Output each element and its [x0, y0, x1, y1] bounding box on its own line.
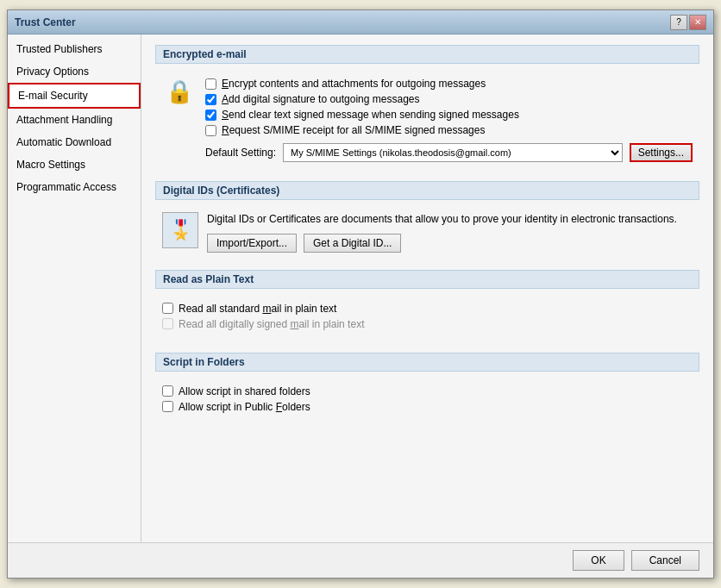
- digital-id-right: Digital IDs or Certificates are document…: [207, 212, 677, 253]
- digital-id-body: 🎖️ Digital IDs or Certificates are docum…: [155, 207, 699, 258]
- encrypted-checkboxes: Encrypt contents and attachments for out…: [205, 74, 693, 162]
- add-digital-sig-label: Add digital signature to outgoing messag…: [222, 93, 420, 105]
- read-digitally-signed-checkbox: [162, 318, 173, 329]
- read-digitally-signed-label: Read all digitally signed mail in plain …: [179, 318, 364, 330]
- read-standard-mail-checkbox[interactable]: [162, 303, 173, 314]
- read-plain-text-body: Read all standard mail in plain text Rea…: [155, 296, 699, 341]
- sidebar-item-trusted-publishers[interactable]: Trusted Publishers: [8, 38, 141, 60]
- ok-button[interactable]: OK: [573, 550, 624, 571]
- cancel-button[interactable]: Cancel: [631, 550, 699, 571]
- allow-public-folders-checkbox[interactable]: [162, 401, 173, 412]
- import-export-button[interactable]: Import/Export...: [207, 234, 297, 253]
- script-in-folders-header: Script in Folders: [155, 353, 699, 372]
- encrypted-email-body: 🔒 Encrypt contents and attachments for o…: [155, 71, 699, 169]
- read-plain-text-section: Read as Plain Text Read all standard mai…: [155, 270, 699, 341]
- read-plain-text-header: Read as Plain Text: [155, 270, 699, 289]
- script-in-folders-body: Allow script in shared folders Allow scr…: [155, 378, 699, 423]
- sidebar-item-programmatic-access[interactable]: Programmatic Access: [8, 176, 141, 198]
- read-standard-mail-row: Read all standard mail in plain text: [162, 303, 693, 315]
- send-clear-text-checkbox[interactable]: [205, 109, 216, 121]
- script-in-folders-section: Script in Folders Allow script in shared…: [155, 353, 699, 423]
- send-clear-text-label: Send clear text signed message when send…: [222, 109, 519, 121]
- close-button[interactable]: ✕: [689, 15, 706, 30]
- sidebar-item-privacy-options[interactable]: Privacy Options: [8, 60, 141, 83]
- allow-public-folders-row: Allow script in Public Folders: [162, 401, 693, 413]
- main-content: Encrypted e-mail 🔒 Encrypt contents and …: [141, 34, 713, 542]
- help-button[interactable]: ?: [670, 15, 687, 30]
- request-smime-label: Request S/MIME receipt for all S/MIME si…: [222, 124, 485, 136]
- default-setting-label: Default Setting:: [205, 147, 276, 159]
- encrypted-email-header: Encrypted e-mail: [155, 45, 699, 64]
- request-smime-checkbox[interactable]: [205, 125, 216, 136]
- smime-select[interactable]: My S/MIME Settings (nikolas.theodosis@gm…: [283, 143, 623, 162]
- send-clear-text-row: Send clear text signed message when send…: [205, 109, 693, 121]
- trust-center-dialog: Trust Center ? ✕ Trusted PublishersPriva…: [7, 9, 714, 579]
- sidebar-item-macro-settings[interactable]: Macro Settings: [8, 153, 141, 176]
- allow-public-folders-label: Allow script in Public Folders: [179, 401, 310, 413]
- allow-shared-folders-row: Allow script in shared folders: [162, 385, 693, 397]
- encrypted-email-section: Encrypted e-mail 🔒 Encrypt contents and …: [155, 45, 699, 169]
- sidebar-item-automatic-download[interactable]: Automatic Download: [8, 131, 141, 153]
- sidebar: Trusted PublishersPrivacy OptionsE-mail …: [8, 34, 141, 542]
- dialog-footer: OK Cancel: [8, 542, 713, 578]
- settings-button[interactable]: Settings...: [630, 143, 693, 162]
- read-digitally-signed-row: Read all digitally signed mail in plain …: [162, 318, 693, 330]
- get-digital-id-button[interactable]: Get a Digital ID...: [304, 234, 401, 253]
- add-digital-sig-checkbox[interactable]: [205, 94, 216, 105]
- window-title: Trust Center: [15, 16, 670, 28]
- read-standard-mail-label: Read all standard mail in plain text: [179, 303, 336, 315]
- digital-id-description: Digital IDs or Certificates are document…: [207, 212, 677, 227]
- title-bar: Trust Center ? ✕: [8, 10, 713, 34]
- digital-ids-section: Digital IDs (Certificates) 🎖️ Digital ID…: [155, 181, 699, 258]
- request-smime-row: Request S/MIME receipt for all S/MIME si…: [205, 124, 693, 136]
- allow-shared-folders-checkbox[interactable]: [162, 385, 173, 397]
- add-digital-sig-row: Add digital signature to outgoing messag…: [205, 93, 693, 105]
- encrypt-contents-row: Encrypt contents and attachments for out…: [205, 78, 693, 90]
- digital-ids-header: Digital IDs (Certificates): [155, 181, 699, 200]
- sidebar-item-email-security[interactable]: E-mail Security: [8, 83, 141, 109]
- digital-id-icon: 🎖️: [162, 212, 198, 248]
- dialog-body: Trusted PublishersPrivacy OptionsE-mail …: [8, 34, 713, 542]
- sidebar-item-attachment-handling[interactable]: Attachment Handling: [8, 109, 141, 131]
- encrypt-contents-checkbox[interactable]: [205, 78, 216, 90]
- encrypt-contents-label: Encrypt contents and attachments for out…: [222, 78, 486, 90]
- default-setting-row: Default Setting: My S/MIME Settings (nik…: [205, 143, 693, 162]
- encrypted-email-icon: 🔒: [162, 74, 197, 109]
- title-bar-buttons: ? ✕: [670, 15, 706, 30]
- digital-id-buttons: Import/Export... Get a Digital ID...: [207, 234, 677, 253]
- allow-shared-folders-label: Allow script in shared folders: [179, 385, 310, 397]
